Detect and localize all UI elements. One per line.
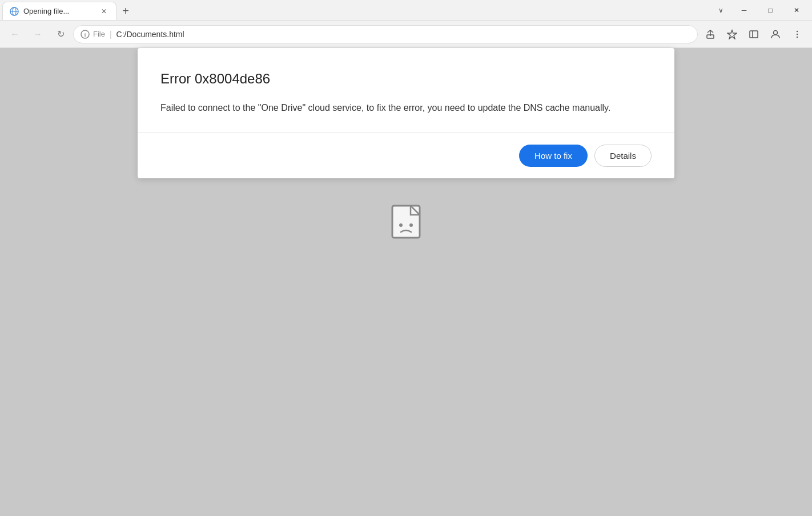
tab-strip: Opening file... ✕ + xyxy=(0,0,135,20)
how-to-fix-button[interactable]: How to fix xyxy=(519,145,588,167)
profile-icon xyxy=(770,29,781,39)
reload-button[interactable]: ↻ xyxy=(50,24,71,45)
svg-rect-8 xyxy=(750,31,758,38)
forward-button[interactable]: → xyxy=(27,24,48,45)
svg-point-10 xyxy=(774,30,778,34)
toolbar: ← → ↻ i File | C:/Documents.html xyxy=(0,21,812,48)
address-path: C:/Documents.html xyxy=(116,30,184,39)
minimize-button[interactable]: ─ xyxy=(731,0,757,21)
svg-point-16 xyxy=(399,223,403,227)
menu-button[interactable] xyxy=(787,24,807,45)
share-icon xyxy=(705,29,715,39)
svg-marker-7 xyxy=(727,30,737,39)
menu-icon xyxy=(792,29,802,39)
svg-point-12 xyxy=(797,33,798,34)
window-titlebar: Opening file... ✕ + ∨ ─ □ ✕ xyxy=(0,0,812,21)
tab-title: Opening file... xyxy=(23,7,94,15)
tab-close-button[interactable]: ✕ xyxy=(99,6,109,17)
svg-point-13 xyxy=(797,36,798,37)
back-button[interactable]: ← xyxy=(5,24,25,45)
error-title: Error 0x8004de86 xyxy=(160,71,652,87)
svg-point-11 xyxy=(797,30,798,31)
sidebar-icon xyxy=(749,29,759,39)
share-button[interactable] xyxy=(700,24,721,45)
bookmark-button[interactable] xyxy=(722,24,742,45)
sad-file-container xyxy=(385,201,427,242)
maximize-button[interactable]: □ xyxy=(757,0,783,21)
close-button[interactable]: ✕ xyxy=(783,0,810,21)
address-separator: | xyxy=(110,30,112,39)
error-message: Failed to connect to the "One Drive" clo… xyxy=(160,101,617,115)
error-card-body: Error 0x8004de86 Failed to connect to th… xyxy=(138,48,674,133)
new-tab-button[interactable]: + xyxy=(116,2,135,20)
svg-text:i: i xyxy=(85,32,86,38)
active-tab[interactable]: Opening file... ✕ xyxy=(2,2,116,20)
sidebar-button[interactable] xyxy=(743,24,764,45)
svg-point-17 xyxy=(409,223,413,227)
address-protocol: File xyxy=(93,30,105,38)
page-content: Error 0x8004de86 Failed to connect to th… xyxy=(0,48,812,516)
profile-button[interactable] xyxy=(765,24,786,45)
tab-dropdown-button[interactable]: ∨ xyxy=(710,0,731,21)
toolbar-actions xyxy=(700,24,807,45)
tab-favicon xyxy=(10,7,19,16)
info-icon: i xyxy=(81,30,90,39)
titlebar-right: ∨ ─ □ ✕ xyxy=(710,0,812,21)
star-icon xyxy=(727,29,737,39)
details-button[interactable]: Details xyxy=(594,145,652,167)
error-card-footer: How to fix Details xyxy=(138,133,674,178)
address-bar[interactable]: i File | C:/Documents.html xyxy=(73,25,698,43)
sad-file-icon xyxy=(385,201,427,242)
titlebar-left: Opening file... ✕ + xyxy=(0,0,710,20)
error-card: Error 0x8004de86 Failed to connect to th… xyxy=(138,48,674,178)
